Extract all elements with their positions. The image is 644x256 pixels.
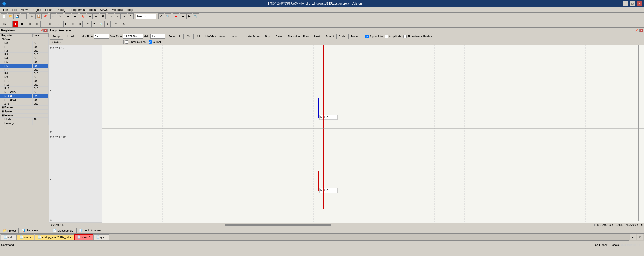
signal-canvas[interactable]: 0, d: 0 0, d: 0	[102, 45, 644, 223]
save-all-btn[interactable]: 🗃	[21, 13, 27, 19]
tab-project[interactable]: 📁 Project	[0, 228, 19, 233]
system-group-row[interactable]: ⊞ System	[0, 110, 49, 114]
save-file-btn[interactable]: 💾	[14, 13, 20, 19]
la-grid-input[interactable]	[150, 34, 165, 39]
la-zoom-out-button[interactable]: Out	[185, 34, 194, 39]
tab-disassembly[interactable]: 📄 Disassembly	[50, 228, 76, 233]
menu-help[interactable]: Help	[125, 8, 135, 12]
record-btn[interactable]: ⏺	[173, 13, 179, 19]
stop-btn[interactable]: ⏹	[19, 21, 25, 27]
la-next-button[interactable]: Next	[312, 34, 322, 39]
menu-file[interactable]: File	[1, 8, 10, 12]
minimize-button[interactable]: ─	[623, 1, 628, 6]
comment-btn[interactable]: //	[121, 13, 127, 19]
amplitude-checkbox[interactable]	[385, 35, 388, 38]
menu-edit[interactable]: Edit	[10, 8, 19, 12]
tab-registers[interactable]: 📊 Registers	[19, 228, 41, 233]
bookmark-btn[interactable]: 🔖	[80, 13, 86, 19]
step-out-btn[interactable]: ⏮	[77, 21, 83, 27]
unindent-btn[interactable]: ⇤	[115, 13, 121, 19]
indent-btn[interactable]: ⇥	[108, 13, 114, 19]
open-file-btn[interactable]: 📂	[8, 13, 14, 19]
menu-view[interactable]: View	[19, 8, 30, 12]
la-save-button[interactable]: Save...	[50, 39, 63, 44]
regs-btn[interactable]: Σ	[104, 21, 111, 27]
menu-svcs[interactable]: SVCS	[98, 8, 110, 12]
menu-peripherals[interactable]: Peripherals	[67, 8, 87, 12]
banked-group-row[interactable]: ⊞ Banked	[0, 106, 49, 110]
undo-btn[interactable]: ↩	[50, 13, 56, 19]
build-btn[interactable]: ⚙	[158, 13, 164, 19]
file-tab-startup[interactable]: 📄 startup_stm32f10x_hd.s	[35, 234, 74, 240]
braces-btn[interactable]: {}	[27, 21, 33, 27]
panel-pin-button[interactable]: 📌	[40, 29, 44, 32]
paste-btn[interactable]: 📌	[42, 13, 48, 19]
file-tab-sys[interactable]: 📄 sys.c	[93, 234, 109, 240]
la-undo-button[interactable]: Undo	[228, 34, 239, 39]
memory-btn[interactable]: ≡	[85, 21, 91, 27]
play-btn[interactable]: ▶	[186, 13, 192, 19]
uncomment-btn[interactable]: //	[128, 13, 134, 19]
tab-scroll-up-btn[interactable]: ▲	[630, 234, 636, 240]
redo-btn[interactable]: ↪	[57, 13, 63, 19]
arrow-btn[interactable]: →	[55, 21, 61, 27]
la-zoom-all-button[interactable]: All	[195, 34, 202, 39]
restore-button[interactable]: ❐	[630, 1, 635, 6]
step-over-btn[interactable]: ⏭	[70, 21, 76, 27]
step-into-btn[interactable]: ▶|	[63, 21, 69, 27]
cursor-checkbox[interactable]	[149, 40, 152, 44]
menu-flash[interactable]: Flash	[43, 8, 54, 12]
core-group-row[interactable]: ⊟ Core	[0, 37, 49, 41]
la-min-time-input[interactable]	[94, 34, 109, 39]
file-tab-test-c[interactable]: 📄 test.c	[1, 234, 17, 240]
scrollbar-track[interactable]	[67, 224, 595, 226]
clear-bookmark-btn[interactable]: ✖	[100, 13, 106, 19]
file-tab-usart-c[interactable]: 📄 usart.c	[17, 234, 34, 240]
menu-debug[interactable]: Debug	[55, 8, 67, 12]
waveform-btn[interactable]: 〜	[113, 21, 119, 27]
la-max-time-input[interactable]	[123, 34, 143, 39]
braces3-btn[interactable]: {}	[40, 21, 46, 27]
call-stack-btn[interactable]: 📊	[98, 21, 104, 27]
copy-btn[interactable]: 📋	[35, 13, 42, 19]
registers-scroll-area[interactable]: Register Va▲ ⊟ Core R00x0 R10x0 R20x0 R3…	[0, 33, 49, 227]
back-btn[interactable]: ◀	[65, 13, 71, 19]
options-btn[interactable]: 🔧	[193, 13, 199, 19]
timestamps-checkbox[interactable]	[403, 35, 407, 38]
horizontal-scrollbar[interactable]: 0.264091 s 19.764091 s, d: -0.48 s 21.26…	[49, 223, 644, 227]
internal-group-row[interactable]: ⊟ Internal	[0, 114, 49, 118]
la-code-button[interactable]: Code	[336, 34, 347, 39]
next-bookmark-btn[interactable]: ➡	[93, 13, 99, 19]
forward-btn[interactable]: ▶	[72, 13, 78, 19]
tab-logic-analyzer[interactable]: 📊 Logic Analyzer	[76, 228, 104, 233]
file-tab-delay[interactable]: 📄 delay.c*	[74, 234, 93, 240]
run-btn[interactable]: ■	[12, 21, 18, 27]
settings-btn2[interactable]: ⚙	[121, 21, 127, 27]
prev-bookmark-btn[interactable]: ⬅	[87, 13, 93, 19]
menu-project[interactable]: Project	[30, 8, 43, 12]
la-load-button[interactable]: Load...	[65, 34, 78, 39]
panel-close-button[interactable]: ✕	[44, 29, 48, 32]
la-prev-button[interactable]: Prev	[301, 34, 311, 39]
close-button[interactable]: ✕	[637, 1, 642, 6]
new-file-btn[interactable]: 📄	[1, 13, 7, 19]
la-zoom-in-button[interactable]: In	[177, 34, 184, 39]
la-auto-button[interactable]: Auto	[217, 34, 227, 39]
stop-record-btn[interactable]: ⏹	[180, 13, 186, 19]
tab-scroll-down-btn[interactable]: ▼	[637, 234, 643, 240]
la-clear-button[interactable]: Clear	[273, 34, 284, 39]
scrollbar-thumb[interactable]	[225, 224, 331, 226]
signal-info-checkbox[interactable]	[365, 35, 369, 38]
show-cycles-checkbox[interactable]	[125, 40, 128, 44]
watch-btn[interactable]: 👁	[91, 21, 97, 27]
braces2-btn[interactable]: {}	[34, 21, 40, 27]
braces4-btn[interactable]: {}	[47, 21, 53, 27]
menu-window[interactable]: Window	[110, 8, 125, 12]
cut-btn[interactable]: ✂	[29, 13, 35, 19]
scrollbar-arrows[interactable]: ▲ ▼	[640, 223, 644, 227]
la-setup-button[interactable]: Setup...	[50, 34, 64, 39]
la-close-button[interactable]: ✕	[639, 29, 643, 32]
la-pin-button[interactable]: 📌	[635, 29, 638, 32]
target-dropdown[interactable]: beep ▾	[136, 14, 156, 19]
la-trace-button[interactable]: Trace	[348, 34, 360, 39]
